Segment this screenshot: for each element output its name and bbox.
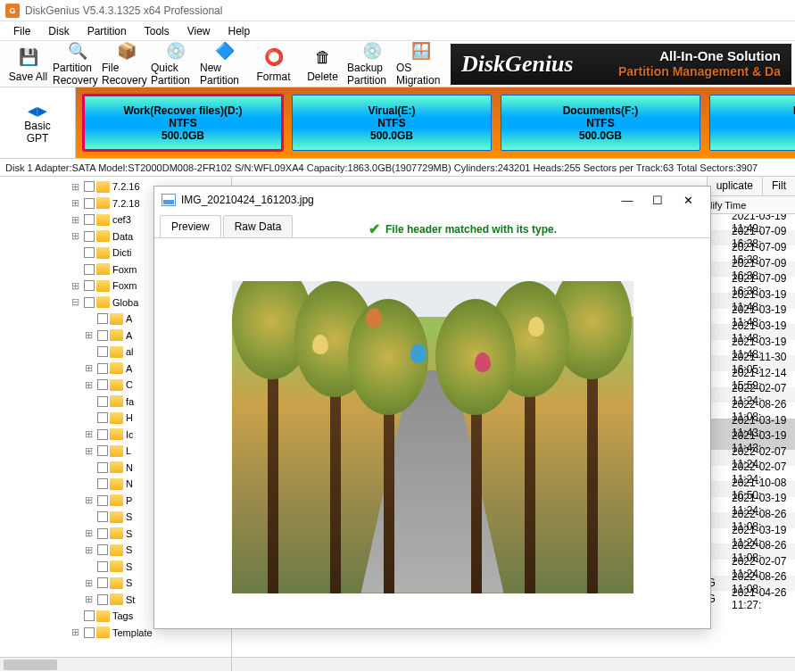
toolbar-icon: ⭕ [261,45,286,70]
expand-toggle-icon[interactable]: ⊞ [82,428,95,440]
expand-toggle-icon[interactable]: ⊞ [82,329,95,341]
window-title: DiskGenius V5.4.3.1325 x64 Professional [25,4,222,17]
checkbox[interactable] [97,511,108,522]
checkbox[interactable] [84,627,95,638]
expand-toggle-icon[interactable]: ⊞ [69,626,82,638]
tree-node-label: S [126,561,132,572]
menu-tools[interactable]: Tools [137,23,178,39]
tree-node-label: St [126,594,135,605]
checkbox[interactable] [97,594,108,605]
expand-toggle-icon[interactable]: ⊞ [69,197,82,209]
checkbox[interactable] [84,181,95,192]
partition-item[interactable]: Documents(F:)NTFS500.0GB [501,95,700,151]
minimize-button[interactable]: — [612,189,642,211]
partition-item[interactable]: Work(Recover files)(D:)NTFS500.0GB [83,95,283,151]
expand-toggle-icon[interactable]: ⊞ [82,494,95,506]
checkbox[interactable] [97,396,108,407]
toolbar-quick-partition[interactable]: 💿Quick Partition [151,43,200,86]
checkbox[interactable] [84,247,95,258]
checkbox[interactable] [84,231,95,242]
partition-item[interactable]: BackuNT362.9 [709,95,795,151]
tree-node-label: Ic [126,429,134,440]
folder-icon [110,560,123,572]
expand-toggle-icon[interactable]: ⊞ [82,593,95,605]
menu-disk[interactable]: Disk [40,23,77,39]
checkbox[interactable] [97,346,108,357]
toolbar-icon: 🔷 [212,41,237,61]
checkbox[interactable] [97,495,108,506]
folder-icon [96,263,110,275]
menu-file[interactable]: File [5,23,38,39]
checkbox[interactable] [97,577,108,588]
preview-tab-preview[interactable]: Preview [160,215,221,237]
expand-toggle-icon[interactable]: ⊞ [69,230,82,242]
toolbar-new-partition[interactable]: 🔷New Partition [200,43,249,86]
tree-node-label: 7.2.18 [112,198,140,209]
checkbox[interactable] [97,544,108,555]
expand-toggle-icon[interactable]: ⊞ [82,544,95,556]
expand-toggle-icon[interactable]: ⊞ [82,362,95,374]
checkbox[interactable] [97,462,108,473]
expand-toggle-icon[interactable]: ⊞ [82,527,95,539]
nav-arrows-icon[interactable]: ◀▶ [28,104,47,118]
toolbar-os-migration[interactable]: 🪟OS Migration [396,43,445,86]
filter-button[interactable]: Filt [762,177,795,195]
toolbar-partition-recovery[interactable]: 🔍Partition Recovery [53,43,102,86]
tree-node-label: C [126,379,133,390]
tree-node-label: P [126,495,132,506]
checkbox[interactable] [97,561,108,572]
menu-view[interactable]: View [179,23,219,39]
tree-node-label: A [126,330,132,341]
menu-help[interactable]: Help [220,23,259,39]
checkbox[interactable] [84,264,95,275]
partition-bar: ◀▶ Basic GPT Work(Recover files)(D:)NTFS… [0,87,795,159]
preview-window[interactable]: IMG_20210424_161203.jpg — ☐ ✕ PreviewRaw… [153,186,711,629]
toolbar-icon: 💾 [16,45,41,70]
checkbox[interactable] [84,280,95,291]
checkbox[interactable] [84,610,95,621]
preview-tab-raw-data[interactable]: Raw Data [223,215,294,237]
menu-partition[interactable]: Partition [79,23,135,39]
checkbox[interactable] [97,445,108,456]
preview-body [154,238,710,628]
close-button[interactable]: ✕ [673,189,703,211]
checkbox[interactable] [97,412,108,423]
checkbox[interactable] [97,379,108,390]
tree-hscrollbar[interactable] [0,657,231,671]
checkbox[interactable] [84,198,95,209]
expand-toggle-icon[interactable]: ⊞ [82,445,95,457]
toolbar: 💾Save All🔍Partition Recovery📦File Recove… [0,41,795,87]
expand-toggle-icon[interactable]: ⊞ [69,214,82,226]
checkbox[interactable] [97,528,108,539]
folder-icon [96,197,110,209]
toolbar-file-recovery[interactable]: 📦File Recovery [102,43,151,86]
filter-button[interactable]: uplicate [707,177,762,195]
expand-toggle-icon[interactable]: ⊞ [69,280,82,292]
toolbar-backup-partition[interactable]: 💿Backup Partition [347,43,396,86]
partition-item[interactable]: Virual(E:)NTFS500.0GB [292,95,492,151]
expand-toggle-icon[interactable]: ⊞ [82,379,95,391]
checkbox[interactable] [97,313,108,324]
brand-name: DiskGenius [461,51,574,78]
maximize-button[interactable]: ☐ [642,189,673,211]
tree-node-label: Tags [112,610,133,621]
expand-toggle-icon[interactable]: ⊞ [82,577,95,589]
toolbar-icon: 🔍 [65,41,90,61]
filelist-hscrollbar[interactable] [232,657,795,671]
checkbox[interactable] [97,330,108,341]
checkbox[interactable] [97,363,108,374]
preview-titlebar[interactable]: IMG_20210424_161203.jpg — ☐ ✕ [154,187,710,213]
preview-image [232,281,634,593]
toolbar-save-all[interactable]: 💾Save All [4,43,53,86]
expand-toggle-icon[interactable]: ⊟ [69,296,82,308]
checkbox[interactable] [97,429,108,440]
checkbox[interactable] [97,478,108,489]
checkbox[interactable] [84,214,95,225]
checkbox[interactable] [84,297,95,308]
toolbar-delete[interactable]: 🗑Delete [298,43,347,86]
toolbar-format[interactable]: ⭕Format [249,43,298,86]
folder-icon [96,280,110,292]
expand-toggle-icon[interactable]: ⊞ [69,181,82,193]
tree-node-label: Dicti [112,247,131,258]
menubar: FileDiskPartitionToolsViewHelp [0,21,795,41]
